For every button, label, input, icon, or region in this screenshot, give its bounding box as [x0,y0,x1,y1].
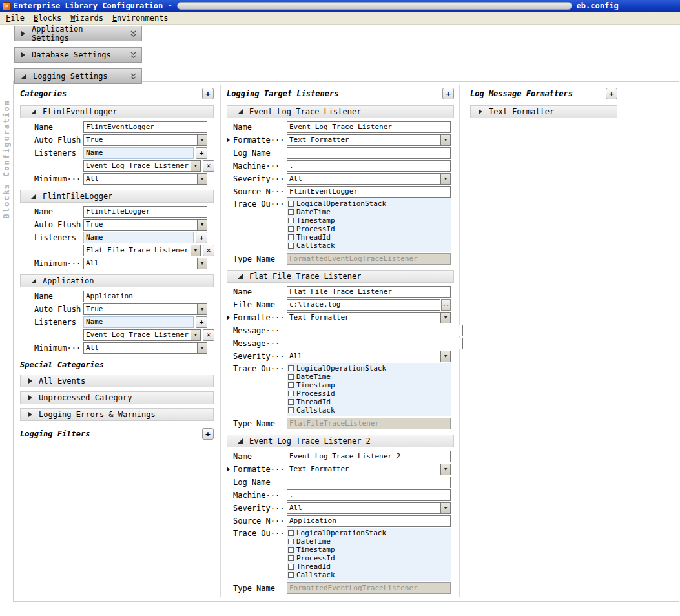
trace-option[interactable]: LogicalOperationStack [288,364,449,373]
dropdown-arrow-icon[interactable]: ▼ [440,464,450,475]
trace-option[interactable]: ThreadId [288,562,449,571]
severity-filter-select[interactable]: All ▼ [287,502,451,514]
checkbox-icon[interactable] [288,547,294,553]
checkbox-icon[interactable] [288,572,294,578]
category-group-header[interactable]: FlintFileLogger [20,190,214,203]
auto-flush-select[interactable]: True ▼ [83,303,207,315]
side-tab-blocks-configuration[interactable]: Blocks Configuration [0,30,13,288]
checkbox-icon[interactable] [288,243,294,249]
checkbox-icon[interactable] [288,226,294,232]
formatter-text-formatter[interactable]: Text Formatter [470,105,617,118]
special-category-all-events[interactable]: All Events [20,375,214,387]
listener-group-header[interactable]: Flat File Trace Listener [227,270,454,283]
file-name-input[interactable]: c:\trace.log [287,299,440,311]
trace-option[interactable]: Timestamp [288,216,449,225]
special-category-unprocessed[interactable]: Unprocessed Category [20,391,214,404]
menu-file[interactable]: File [1,12,29,24]
dropdown-arrow-icon[interactable]: ▼ [191,161,200,171]
trace-option[interactable]: ThreadId [288,398,449,406]
special-category-errors-warnings[interactable]: Logging Errors & Warnings [20,408,214,421]
expand-property-arrow-icon[interactable] [227,315,230,320]
menu-wizards[interactable]: Wizards [66,12,108,24]
category-group-header[interactable]: FlintEventLogger [20,105,214,118]
trace-option[interactable]: Callstack [288,241,449,250]
menu-environments[interactable]: Environments [108,12,173,24]
trace-option[interactable]: LogicalOperationStack [288,200,449,208]
section-application-settings[interactable]: Application Settings [14,26,142,41]
add-listener-ref-button[interactable]: + [196,316,207,328]
machine-name-input[interactable]: . [287,489,451,501]
listener-name-input[interactable]: Event Log Trace Listener 2 [287,451,451,462]
checkbox-icon[interactable] [288,539,294,544]
formatter-select[interactable]: Text Formatter ▼ [287,464,451,475]
expand-property-arrow-icon[interactable] [227,138,230,143]
dropdown-arrow-icon[interactable]: ▼ [440,135,450,145]
severity-filter-select[interactable]: All ▼ [287,173,451,185]
checkbox-icon[interactable] [288,209,294,215]
formatter-select[interactable]: Text Formatter ▼ [287,312,451,323]
minimum-severity-select[interactable]: All ▼ [83,342,207,354]
add-listener-button[interactable]: + [442,88,454,99]
trace-option[interactable]: ProcessId [288,389,449,398]
dropdown-arrow-icon[interactable]: ▼ [191,245,200,256]
log-name-input[interactable] [287,477,451,488]
listener-name-input[interactable]: Flat File Trace Listener [287,286,451,298]
dropdown-arrow-icon[interactable]: ▼ [197,220,207,230]
titlebar[interactable]: Enterprise Library Configuration - eb.co… [0,0,680,12]
listener-ref-select[interactable]: Flat File Trace Listener ▼ [83,245,201,256]
checkbox-icon[interactable] [288,555,294,561]
machine-name-input[interactable]: . [287,160,451,172]
expand-property-arrow-icon[interactable] [227,467,230,472]
trace-option[interactable]: ThreadId [288,233,449,241]
checkbox-icon[interactable] [288,234,294,240]
delete-listener-ref-button[interactable]: ✕ [203,329,214,341]
auto-flush-select[interactable]: True ▼ [83,134,207,146]
delete-listener-ref-button[interactable]: ✕ [203,160,214,172]
auto-flush-select[interactable]: True ▼ [83,219,207,231]
trace-option[interactable]: Timestamp [288,381,449,389]
listener-group-header[interactable]: Event Log Trace Listener 2 [227,435,454,447]
category-name-input[interactable]: FlintFileLogger [83,206,207,218]
add-category-button[interactable]: + [202,88,214,99]
dropdown-arrow-icon[interactable]: ▼ [197,135,207,145]
delete-listener-ref-button[interactable]: ✕ [203,245,214,256]
trace-option[interactable]: ProcessId [288,225,449,233]
listener-name-input[interactable]: Event Log Trace Listener [287,121,451,133]
log-name-input[interactable] [287,147,451,159]
trace-option[interactable]: DateTime [288,208,449,216]
dropdown-arrow-icon[interactable]: ▼ [197,343,207,353]
message-header-input[interactable]: ---------------------------------------- [287,325,463,336]
dropdown-arrow-icon[interactable]: ▼ [197,304,207,314]
listener-ref-select[interactable]: Event Log Trace Listener ▼ [83,329,201,341]
listener-ref-select[interactable]: Event Log Trace Listener ▼ [83,160,201,172]
dropdown-arrow-icon[interactable]: ▼ [191,330,200,340]
trace-option[interactable]: Callstack [288,571,449,579]
checkbox-icon[interactable] [288,407,294,413]
section-database-settings[interactable]: Database Settings [14,47,142,63]
minimum-severity-select[interactable]: All ▼ [83,173,207,185]
menu-blocks[interactable]: Blocks [29,12,66,24]
message-footer-input[interactable]: ---------------------------------------- [287,338,463,349]
checkbox-icon[interactable] [288,374,294,380]
trace-option[interactable]: Callstack [288,406,449,415]
add-listener-ref-button[interactable]: + [196,232,207,243]
checkbox-icon[interactable] [288,218,294,223]
listener-group-header[interactable]: Event Log Trace Listener [227,105,454,118]
source-name-input[interactable]: Application [287,515,451,527]
dropdown-arrow-icon[interactable]: ▼ [197,258,207,269]
checkbox-icon[interactable] [288,365,294,371]
dropdown-arrow-icon[interactable]: ▼ [440,313,450,323]
checkbox-icon[interactable] [288,399,294,405]
checkbox-icon[interactable] [288,530,294,536]
trace-option[interactable]: ProcessId [288,554,449,562]
checkbox-icon[interactable] [288,201,294,207]
section-logging-settings[interactable]: Logging Settings [14,68,142,84]
dropdown-arrow-icon[interactable]: ▼ [440,503,450,513]
trace-option[interactable]: Timestamp [288,546,449,554]
checkbox-icon[interactable] [288,564,294,570]
dropdown-arrow-icon[interactable]: ▼ [440,174,450,184]
add-listener-ref-button[interactable]: + [196,147,207,159]
checkbox-icon[interactable] [288,382,294,388]
severity-filter-select[interactable]: All ▼ [287,351,451,362]
trace-option[interactable]: LogicalOperationStack [288,529,449,537]
